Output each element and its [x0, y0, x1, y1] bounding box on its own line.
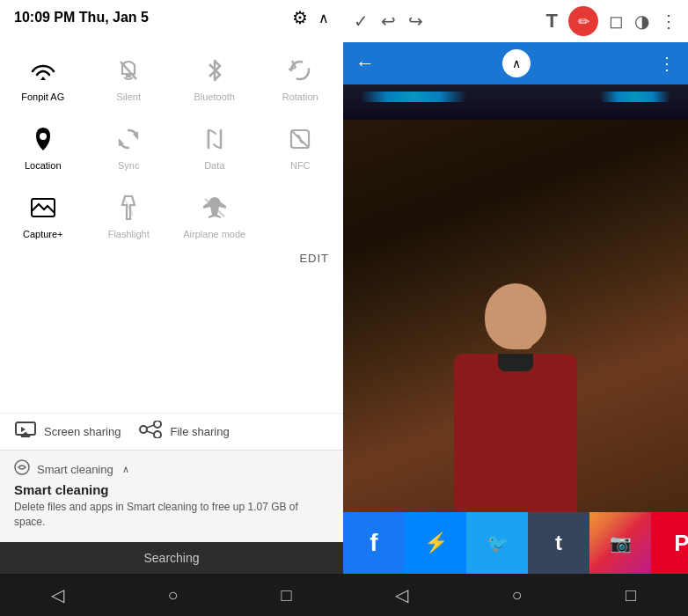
location-label: Location [25, 160, 62, 171]
picard-hand [507, 332, 533, 349]
more-icon[interactable]: ⋮ [660, 11, 677, 32]
status-time: 10:09 PM Thu, Jan 5 [14, 10, 149, 26]
wifi-icon [27, 55, 59, 86]
right-recents-icon[interactable]: □ [626, 585, 636, 605]
file-sharing-icon [138, 421, 163, 443]
home-nav-icon[interactable]: ○ [167, 585, 178, 605]
back-nav-icon[interactable]: ◁ [51, 584, 64, 605]
data-label: Data [204, 160, 224, 171]
screen-sharing-tile[interactable]: Screen sharing [14, 421, 121, 443]
svg-point-5 [40, 133, 47, 140]
qs-grid: Fonpit AG Silent [0, 42, 343, 248]
facebook-icon[interactable]: f [343, 512, 405, 574]
editor-toolbar: ✓ ↩ ↪ T ✏ ◻ ◑ ⋮ [343, 0, 688, 42]
gear-icon[interactable]: ⚙ [292, 7, 308, 28]
qs-flashlight[interactable]: Flashlight [86, 180, 172, 248]
recents-nav-icon[interactable]: □ [281, 585, 291, 605]
pencil-icon: ✏ [578, 13, 589, 30]
silent-icon [113, 55, 144, 86]
qs-silent[interactable]: Silent [86, 42, 172, 111]
svg-line-12 [124, 198, 133, 216]
rotation-icon [284, 55, 316, 86]
check-icon[interactable]: ✓ [354, 11, 369, 32]
left-nav-bar: ◁ ○ □ [0, 574, 343, 616]
qs-location[interactable]: Location [0, 111, 86, 180]
screen-sharing-label: Screen sharing [44, 425, 121, 438]
facebook-label: f [370, 529, 377, 557]
right-nav-bar: ◁ ○ □ [343, 574, 688, 616]
pinterest-icon[interactable]: P [651, 512, 688, 574]
quick-settings: Fonpit AG Silent [0, 35, 343, 413]
right-home-icon[interactable]: ○ [511, 585, 522, 605]
airplane-label: Airplane mode [183, 229, 245, 239]
fonpit-label: Fonpit AG [21, 92, 64, 102]
file-sharing-label: File sharing [170, 425, 229, 438]
qs-data[interactable]: Data [172, 111, 258, 180]
eraser-icon[interactable]: ◻ [609, 11, 624, 32]
date-display: Thu, Jan 5 [79, 10, 149, 25]
svg-line-19 [147, 425, 154, 428]
qs-fonpit[interactable]: Fonpit AG [0, 42, 86, 111]
sync-label: Sync [118, 160, 139, 171]
chevron-up-icon[interactable]: ∧ [318, 10, 329, 26]
palette-icon[interactable]: ◑ [634, 11, 649, 32]
sc-description: Delete files and apps in Smart cleaning … [14, 500, 329, 530]
qs-airplane[interactable]: Airplane mode [172, 180, 258, 248]
picard-scene [343, 84, 688, 512]
main-content-area [343, 84, 688, 512]
twitter-icon[interactable]: 🐦 [466, 512, 528, 574]
sc-header: Smart cleaning ∧ [14, 459, 329, 479]
flashlight-label: Flashlight [108, 229, 150, 239]
back-arrow-icon[interactable]: ← [355, 52, 375, 75]
twitter-label: 🐦 [487, 532, 509, 554]
sc-title-big: Smart cleaning [14, 482, 329, 497]
bluetooth-label: Bluetooth [194, 92, 235, 102]
sc-chevron-icon[interactable]: ∧ [122, 464, 129, 475]
messenger-label: ⚡ [424, 532, 448, 554]
nfc-label: NFC [290, 160, 311, 171]
file-sharing-tile[interactable]: File sharing [138, 421, 229, 443]
instagram-label: 📷 [610, 532, 632, 554]
right-back-icon[interactable]: ◁ [395, 584, 408, 605]
social-bar: f ⚡ 🐦 t 📷 P [343, 512, 688, 574]
chevron-up-button[interactable]: ∧ [502, 49, 531, 77]
redo-icon[interactable]: ↪ [408, 11, 423, 32]
sc-title-small: Smart cleaning [37, 463, 113, 476]
time-display: 10:09 PM [14, 10, 75, 25]
instagram-icon[interactable]: 📷 [589, 512, 651, 574]
screen-sharing-icon [14, 421, 37, 443]
searching-bar: Searching [0, 542, 343, 574]
messenger-icon[interactable]: ⚡ [405, 512, 466, 574]
location-icon [27, 123, 59, 155]
undo-icon[interactable]: ↩ [381, 11, 396, 32]
bluetooth-icon [199, 55, 231, 86]
pinterest-label: P [674, 530, 688, 557]
qs-rotation[interactable]: Rotation [258, 42, 344, 111]
svg-line-20 [147, 431, 154, 434]
picard-collar [498, 354, 533, 371]
qs-sync[interactable]: Sync [86, 111, 172, 180]
text-icon[interactable]: T [546, 10, 558, 33]
more-options-icon[interactable]: ⋮ [658, 53, 676, 74]
tumblr-icon[interactable]: t [528, 512, 589, 574]
svg-line-4 [289, 68, 296, 70]
smart-cleaning-section: Smart cleaning ∧ Smart cleaning Delete f… [0, 450, 343, 542]
status-icons: ⚙ ∧ [292, 7, 329, 28]
toolbar-right: T ✏ ◻ ◑ ⋮ [546, 6, 677, 36]
pencil-button[interactable]: ✏ [568, 6, 598, 36]
qs-nfc[interactable]: NFC [258, 111, 344, 180]
right-header: ← ∧ ⋮ [343, 42, 688, 84]
rotation-label: Rotation [282, 92, 318, 102]
qs-capture[interactable]: Capture+ [0, 180, 86, 248]
searching-text: Searching [143, 551, 199, 565]
edit-button[interactable]: EDIT [299, 252, 329, 265]
sync-icon [113, 123, 144, 155]
sc-icon [14, 459, 30, 479]
chevron-up-icon: ∧ [512, 56, 521, 70]
qs-bluetooth[interactable]: Bluetooth [172, 42, 258, 111]
capture-icon [27, 192, 59, 224]
flashlight-icon [113, 192, 144, 224]
bottom-tiles: Screen sharing File sharing [0, 413, 343, 450]
svg-point-18 [154, 431, 161, 438]
left-panel: 10:09 PM Thu, Jan 5 ⚙ ∧ [0, 0, 343, 616]
